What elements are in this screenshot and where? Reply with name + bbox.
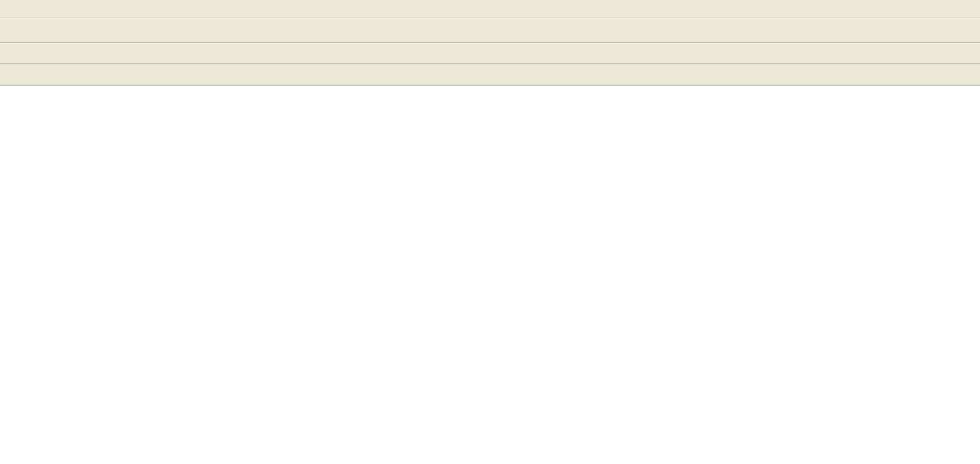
quick-toolbar xyxy=(0,43,980,64)
main-toolbar xyxy=(0,18,980,43)
draw-toolbar xyxy=(0,64,980,86)
kline-chart[interactable] xyxy=(0,86,980,462)
menu-bar xyxy=(0,0,980,18)
chart-pane xyxy=(0,86,980,464)
